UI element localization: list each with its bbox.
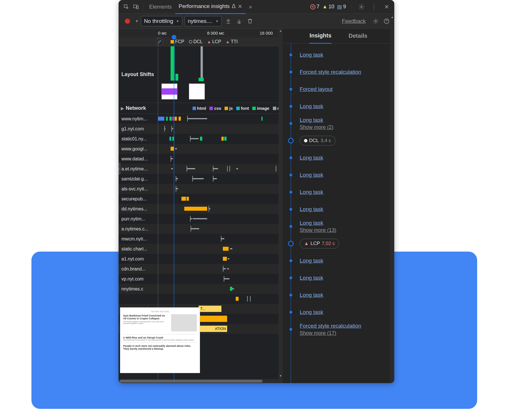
- network-row[interactable]: dd.nytimes...: [119, 204, 282, 214]
- playhead-handle[interactable]: [172, 35, 176, 39]
- target-select[interactable]: nytimes.... ▼: [185, 16, 222, 26]
- network-row-label: nnytimes.c: [119, 286, 156, 292]
- insight-content: Long task: [300, 52, 323, 58]
- metric-dcl[interactable]: DCL: [188, 39, 204, 44]
- settings-icon[interactable]: [357, 3, 366, 11]
- scroll-up-icon[interactable]: ▲: [391, 15, 394, 19]
- help-icon[interactable]: [382, 18, 391, 24]
- upload-icon[interactable]: [224, 18, 233, 24]
- network-row[interactable]: mwcm.nyti...: [119, 234, 282, 244]
- insight-dot: [289, 328, 292, 331]
- dcl-pill[interactable]: DCL3,4 c: [300, 136, 335, 146]
- insight-link[interactable]: Long task: [300, 292, 323, 298]
- feedback-link[interactable]: Feedback: [342, 18, 366, 24]
- scrollbar-thumb[interactable]: [120, 380, 263, 383]
- network-row-label: www.nytim...: [119, 116, 156, 122]
- divider: [351, 3, 351, 10]
- record-button[interactable]: [125, 19, 130, 24]
- preview-text: The verdict capped a stunning fall for o…: [123, 321, 168, 324]
- network-row[interactable]: nnytimes.c: [119, 284, 282, 294]
- insight-link[interactable]: Forced style recalculation: [300, 69, 361, 75]
- insight-row: Long taskShow more (2): [288, 115, 394, 132]
- network-row[interactable]: g1.nyt.com: [119, 124, 282, 134]
- throttling-select[interactable]: No throttling ▼: [141, 16, 182, 26]
- link-icon[interactable]: [156, 38, 163, 45]
- network-row[interactable]: www.googl...: [119, 144, 282, 154]
- insight-link[interactable]: Long task: [300, 155, 323, 161]
- pane-expand-handle[interactable]: ❯: [119, 163, 120, 174]
- waterfall-bar: [229, 166, 230, 172]
- metric-lcp[interactable]: ▲LCP: [206, 39, 222, 44]
- layout-shifts-chart[interactable]: [156, 46, 282, 103]
- metric-tti[interactable]: ▲TTI: [225, 39, 239, 44]
- network-row[interactable]: a.et.nytime...: [119, 164, 282, 174]
- close-tab-icon[interactable]: ✕: [238, 3, 242, 10]
- waterfall-bar: [171, 126, 172, 132]
- legend-html: html: [193, 106, 206, 111]
- metric-fcp[interactable]: FCP: [169, 39, 185, 44]
- tab-elements[interactable]: Elements: [146, 0, 175, 13]
- insight-link[interactable]: Long task: [300, 220, 323, 226]
- network-row[interactable]: static01.ny...: [119, 134, 282, 144]
- insight-dot: [289, 294, 292, 296]
- close-icon[interactable]: ✕: [382, 3, 391, 11]
- messages-count[interactable]: ▤ 9: [337, 4, 346, 10]
- insight-link[interactable]: Long task: [300, 52, 323, 58]
- tab-details[interactable]: Details: [349, 29, 367, 43]
- network-row[interactable]: cdn.brand...: [119, 264, 282, 274]
- show-more-link[interactable]: Show more (13): [300, 227, 336, 233]
- scroll-up-icon[interactable]: ▲: [279, 29, 282, 32]
- network-section-header[interactable]: ▶ Network html css js font image m: [119, 103, 282, 114]
- insight-link[interactable]: Forced style recalculation: [300, 323, 361, 329]
- vertical-scrollbar-right[interactable]: ▲: [390, 15, 394, 383]
- insight-link[interactable]: Long task: [300, 206, 323, 212]
- insight-dot: [289, 276, 292, 279]
- network-row[interactable]: purr.nytim...: [119, 214, 282, 224]
- network-row[interactable]: [119, 294, 282, 304]
- trash-icon[interactable]: [246, 18, 254, 24]
- inspect-icon[interactable]: [122, 3, 131, 11]
- network-row[interactable]: www.datad...: [119, 154, 282, 164]
- warnings-count[interactable]: ▲ 10: [322, 4, 334, 10]
- waterfall-bar: [166, 117, 168, 121]
- insight-link[interactable]: Long task: [300, 258, 323, 264]
- kebab-menu-icon[interactable]: ⋮: [370, 3, 378, 11]
- network-row[interactable]: securepub...: [119, 194, 282, 204]
- tab-performance-insights[interactable]: Performance insights ✕: [175, 0, 245, 14]
- network-row[interactable]: samizdat-g...: [119, 174, 282, 184]
- record-dropdown-icon[interactable]: ▼: [135, 19, 139, 23]
- device-toggle-icon[interactable]: [132, 3, 140, 11]
- network-row-label: a.et.nytime...: [119, 166, 156, 172]
- timeline-ruler[interactable]: 0 мс 8 000 мс 16 000: [119, 29, 282, 37]
- tab-insights[interactable]: Insights: [309, 28, 331, 44]
- show-more-link[interactable]: Show more (2): [300, 124, 333, 130]
- network-row[interactable]: a.nytimes.c...: [119, 224, 282, 234]
- network-row[interactable]: static.chart...: [119, 244, 282, 254]
- gear-icon[interactable]: [371, 18, 380, 24]
- lcp-pill[interactable]: ▲LCP7,02 c: [300, 239, 339, 248]
- show-more-link[interactable]: Show more (17): [300, 330, 361, 336]
- insight-link[interactable]: Long task: [300, 189, 323, 195]
- more-tabs-icon[interactable]: »: [246, 3, 255, 11]
- network-row[interactable]: vp.nyt.com: [119, 274, 282, 284]
- waterfall-bar: [190, 216, 191, 222]
- insight-link[interactable]: Long task: [300, 275, 323, 281]
- scroll-down-icon[interactable]: ▼: [279, 374, 282, 377]
- vertical-scrollbar-left[interactable]: ▲ ▼: [279, 29, 283, 383]
- errors-count[interactable]: ✕ 7: [310, 4, 319, 10]
- pill-label: DCL: [309, 138, 319, 144]
- flask-icon: [231, 4, 236, 9]
- network-row[interactable]: als-svc.nyti...: [119, 184, 282, 194]
- download-icon[interactable]: [235, 18, 243, 24]
- horizontal-scrollbar[interactable]: [119, 379, 282, 383]
- insight-link[interactable]: Long task: [300, 103, 323, 109]
- network-row[interactable]: www.nytim...: [119, 114, 282, 124]
- insight-link[interactable]: Forced layout: [300, 86, 333, 92]
- insight-link[interactable]: Long task: [300, 172, 323, 178]
- frame-thumbnail[interactable]: [161, 83, 177, 99]
- insight-link[interactable]: Long task: [300, 117, 323, 123]
- insight-link[interactable]: Long task: [300, 309, 323, 315]
- frame-thumbnail[interactable]: [189, 83, 205, 99]
- waterfall-bar: [276, 166, 276, 172]
- network-row[interactable]: a1.nyt.com: [119, 254, 282, 264]
